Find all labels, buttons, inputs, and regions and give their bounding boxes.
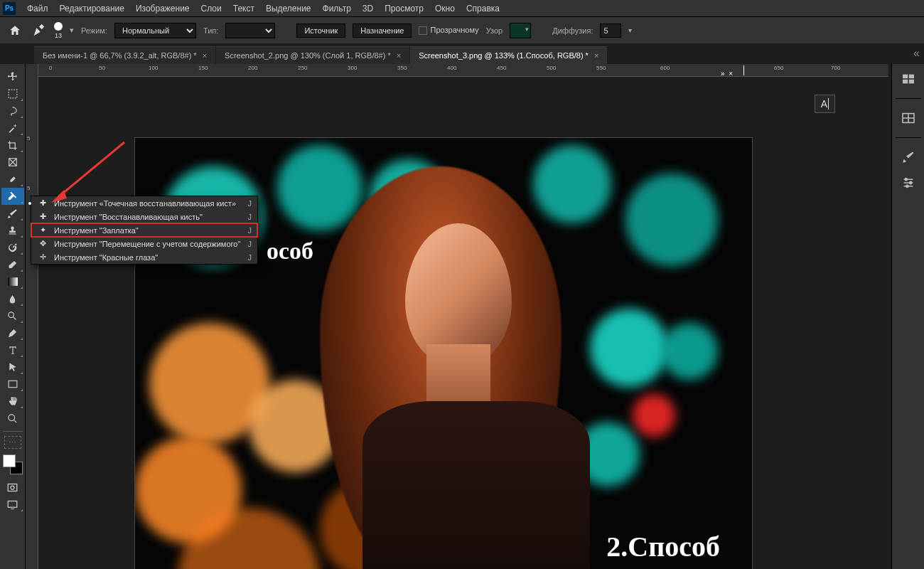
chevron-down-icon[interactable]: ▾ [628,26,632,34]
close-icon[interactable]: × [203,51,207,60]
tool-move[interactable] [1,68,24,85]
svg-rect-2 [8,277,18,286]
flyout-label: Инструмент "Заплатка" [54,226,139,235]
svg-point-16 [905,179,907,181]
canvas-area[interactable]: особ 2.Способ 1.Способ A [38,77,888,569]
shortcut-key: J [248,213,252,221]
svg-rect-14 [908,80,913,84]
panel-icon-swatches[interactable] [898,109,919,127]
tool-wand[interactable] [1,119,24,137]
menu-file[interactable]: Файл [21,4,54,14]
tool-shape[interactable] [1,376,24,393]
flyout-label: Инструмент «Точечная восстанавливающая к… [54,199,236,208]
menu-help[interactable]: Справка [461,4,505,14]
menu-image[interactable]: Изображение [130,4,195,14]
app-logo: Ps [3,2,16,15]
menu-view[interactable]: Просмотр [379,4,429,14]
menu-filter[interactable]: Фильтр [317,4,357,14]
menu-edit[interactable]: Редактирование [54,4,130,14]
brush-size-value: 13 [55,32,62,39]
mode-label: Режим: [81,26,107,35]
quickmask-icon[interactable] [1,479,24,496]
menu-select[interactable]: Выделение [260,4,317,14]
tab-doc-3[interactable]: Screenshot_3.png @ 133% (1.Способ, RGB/8… [410,46,607,64]
svg-point-3 [9,312,14,317]
panel-icon-brushes[interactable] [898,148,919,166]
tool-path-select[interactable] [1,358,24,376]
foreground-color[interactable] [3,454,16,467]
tool-eraser[interactable] [1,256,24,273]
source-button[interactable]: Источник [296,23,345,38]
ruler-tick: 450 [497,65,506,71]
tool-type[interactable] [1,341,24,358]
healing-tool-flyout: ✚Инструмент «Точечная восстанавливающая … [31,196,258,265]
brush-size-preview[interactable]: 13 [54,22,63,39]
tool-hand[interactable] [1,393,24,410]
tool-frame[interactable] [1,154,24,171]
svg-rect-8 [8,501,17,507]
tool-healing[interactable] [1,188,24,205]
type-select[interactable] [225,23,275,38]
screenmode-icon[interactable] [1,496,24,513]
tab-label: Без имени-1 @ 66,7% (3.9.2_alt, RGB/8#) … [43,51,197,60]
transparent-label: Прозрачному [430,26,478,34]
tab-label: Screenshot_3.png @ 133% (1.Способ, RGB/8… [419,51,589,60]
flyout-item-patch[interactable]: ✦Инструмент "Заплатка"J [31,223,257,237]
flyout-item-content-move[interactable]: ✥Инструмент "Перемещение с учетом содерж… [31,237,257,250]
destination-button[interactable]: Назначение [353,23,412,38]
flyout-label: Инструмент "Красные глаза" [54,253,158,262]
menu-type[interactable]: Текст [227,4,260,14]
tab-doc-2[interactable]: Screenshot_2.png @ 130% (Слой 1, RGB/8#)… [216,46,409,64]
expand-panels-icon[interactable]: « [913,47,920,60]
tool-dodge[interactable] [1,307,24,324]
text-edit-tooltip: A [815,95,835,113]
tool-history-brush[interactable] [1,239,24,256]
color-swatches[interactable] [3,454,23,474]
shortcut-key: J [248,253,252,262]
tool-preset-icon[interactable] [31,23,47,38]
panel-icon-adjust[interactable] [898,174,919,192]
tool-eyedropper[interactable] [1,171,24,188]
chevron-down-icon[interactable]: ▾ [70,26,74,35]
tool-pen[interactable] [1,324,24,341]
tool-blur[interactable] [1,290,24,307]
shortcut-key: J [248,240,252,248]
flyout-label: Инструмент "Восстанавливающая кисть" [54,213,203,221]
flyout-item-redeye[interactable]: ✛Инструмент "Красные глаза"J [31,250,257,264]
tab-doc-1[interactable]: Без имени-1 @ 66,7% (3.9.2_alt, RGB/8#) … [34,46,215,64]
ruler-tick: 650 [774,65,783,71]
diffusion-label: Диффузия: [552,26,593,35]
diffusion-input[interactable] [600,23,621,38]
pattern-swatch[interactable]: ▾ [510,23,531,38]
mode-select[interactable]: Нормальный [114,23,196,38]
panel-icon-color[interactable] [898,70,919,88]
right-panel-dock [891,64,924,569]
tool-stamp[interactable] [1,222,24,239]
flyout-item-spot-heal[interactable]: ✚Инструмент «Точечная восстанавливающая … [31,196,257,210]
ruler-tick: 300 [348,65,357,71]
menu-bar: Ps Файл Редактирование Изображение Слои … [0,0,924,17]
tool-marquee[interactable] [1,85,24,102]
menu-window[interactable]: Окно [429,4,461,14]
svg-rect-12 [908,75,913,79]
tool-brush[interactable] [1,205,24,222]
menu-layer[interactable]: Слои [195,4,227,14]
workspace: ⋯ 5 5 0 50 100 150 200 250 300 350 400 4… [0,64,924,569]
close-icon[interactable]: × [594,51,598,60]
tool-zoom[interactable] [1,410,24,427]
transparent-checkbox[interactable]: Прозрачному [419,26,478,35]
close-icon[interactable]: × [397,51,401,60]
flyout-item-heal[interactable]: ✚Инструмент "Восстанавливающая кисть"J [31,210,257,223]
menu-3d[interactable]: 3D [357,4,379,14]
tool-edit-toolbar[interactable]: ⋯ [4,436,21,449]
tooltip-text: A [821,98,827,110]
ruler-tick: 250 [298,65,307,71]
brush-dot-icon [54,22,63,31]
tool-gradient[interactable] [1,273,24,290]
home-icon[interactable] [6,21,24,40]
tool-crop[interactable] [1,137,24,154]
ruler-tick: 400 [447,65,456,71]
toolbox: ⋯ [0,64,26,569]
svg-point-7 [11,486,14,489]
tool-lasso[interactable] [1,102,24,119]
